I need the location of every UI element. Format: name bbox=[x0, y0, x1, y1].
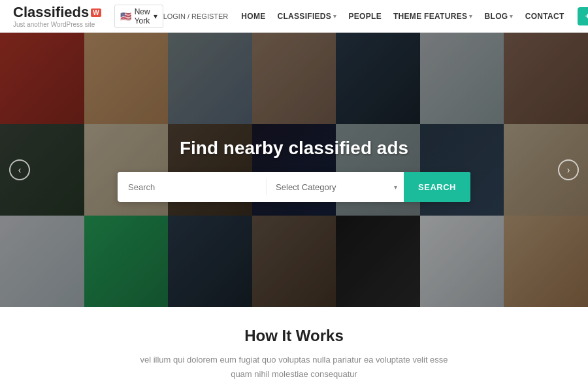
nav-item-classifieds[interactable]: CLASSIFIEDS ▾ bbox=[277, 12, 336, 21]
right-arrow-icon: › bbox=[567, 165, 570, 175]
location-dropdown-arrow: ▾ bbox=[154, 12, 157, 21]
nav-item-theme-features[interactable]: THEME FEATURES ▾ bbox=[393, 12, 473, 21]
how-desc-line2: quam nihil molestiae consequatur bbox=[131, 367, 457, 382]
how-desc-line1: vel illum qui dolorem eum fugiat quo vol… bbox=[131, 353, 457, 367]
hero-next-button[interactable]: › bbox=[558, 159, 579, 180]
search-button[interactable]: SEARCH bbox=[404, 172, 470, 202]
how-it-works-title: How It Works bbox=[13, 327, 575, 345]
location-label: New York bbox=[135, 7, 150, 25]
header-left: Classifieds W Just another WordPress sit… bbox=[13, 4, 163, 28]
logo-subtitle: Just another WordPress site bbox=[13, 21, 101, 28]
logo-icon: W bbox=[91, 8, 101, 17]
main-nav: HOME CLASSIFIEDS ▾ PEOPLE THEME FEATURES… bbox=[241, 12, 564, 21]
hero-title: Find nearby classified ads bbox=[180, 138, 408, 159]
blog-dropdown-arrow: ▾ bbox=[510, 13, 513, 20]
category-select[interactable]: Select Category bbox=[267, 182, 397, 192]
logo[interactable]: Classifieds W bbox=[13, 4, 101, 21]
nav-item-people[interactable]: PEOPLE bbox=[348, 12, 381, 21]
nav-item-blog[interactable]: BLOG ▾ bbox=[485, 12, 514, 21]
classifieds-dropdown-arrow: ▾ bbox=[333, 13, 336, 20]
hero-overlay: Find nearby classified ads Select Catego… bbox=[0, 33, 588, 307]
hero-section: Find nearby classified ads Select Catego… bbox=[0, 33, 588, 307]
category-wrapper: Select Category ▾ bbox=[267, 172, 404, 202]
how-it-works-description: vel illum qui dolorem eum fugiat quo vol… bbox=[131, 353, 457, 382]
search-input[interactable] bbox=[118, 172, 266, 202]
flag-icon: 🇺🇸 bbox=[120, 11, 131, 22]
how-it-works-section: How It Works vel illum qui dolorem eum f… bbox=[0, 307, 588, 392]
logo-area: Classifieds W Just another WordPress sit… bbox=[13, 4, 101, 28]
nav-right: LOGIN / REGISTER HOME CLASSIFIEDS ▾ PEOP… bbox=[163, 7, 588, 25]
nav-item-contact[interactable]: CONTACT bbox=[525, 12, 564, 21]
nav-item-home[interactable]: HOME bbox=[241, 12, 265, 21]
hero-prev-button[interactable]: ‹ bbox=[9, 159, 30, 180]
theme-features-dropdown-arrow: ▾ bbox=[469, 13, 472, 20]
location-selector[interactable]: 🇺🇸 New York ▾ bbox=[114, 5, 163, 28]
header: Classifieds W Just another WordPress sit… bbox=[0, 0, 588, 33]
add-classified-button[interactable]: + ADD CLASSIFIED bbox=[578, 7, 588, 25]
search-bar: Select Category ▾ SEARCH bbox=[118, 172, 470, 202]
login-register-link[interactable]: LOGIN / REGISTER bbox=[163, 12, 229, 20]
logo-text: Classifieds bbox=[13, 4, 89, 21]
left-arrow-icon: ‹ bbox=[18, 165, 22, 175]
